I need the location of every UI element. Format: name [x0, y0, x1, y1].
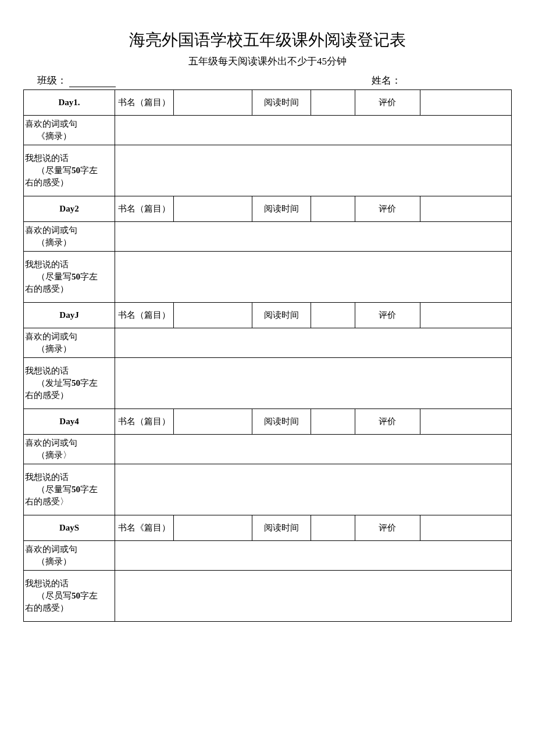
- book-label: 书名（篇目）: [115, 90, 174, 116]
- table-row: 我想说的话 （发址写50字左 右的感受）: [24, 358, 512, 409]
- table-row: 我想说的话 （尽量写50字左 右的感受〉: [24, 464, 512, 515]
- book-label: 书名（篇目）: [115, 303, 174, 328]
- eval-input[interactable]: [420, 303, 511, 328]
- time-input[interactable]: [311, 409, 355, 435]
- words-label: 喜欢的词或句 （摘录）: [24, 328, 115, 358]
- words-input[interactable]: [115, 435, 512, 464]
- table-row: 我想说的话 （尽量写50字左 右的感受）: [24, 145, 512, 196]
- table-row: 喜欢的词或句 （摘录）: [24, 328, 512, 358]
- table-row: 我想说的话 （尽员写50字左 右的感受）: [24, 571, 512, 622]
- table-row: Day4 书名（篇目） 阅读时间 评价: [24, 409, 512, 435]
- table-row: 喜欢的词或句 （摘录）: [24, 541, 512, 571]
- eval-input[interactable]: [420, 515, 511, 541]
- words-label: 喜欢的诃或句 （摘录〉: [24, 435, 115, 464]
- time-label: 阅读时间: [252, 90, 311, 116]
- page-title: 海亮外国语学校五年级课外阅读登记表: [23, 29, 512, 51]
- time-input[interactable]: [311, 303, 355, 328]
- eval-input[interactable]: [420, 90, 511, 116]
- table-row: Day2 书名（篇目） 阅读时间 评价: [24, 196, 512, 222]
- book-input[interactable]: [173, 409, 252, 435]
- table-row: 喜欢的词或句 《摘录）: [24, 116, 512, 145]
- time-input[interactable]: [311, 515, 355, 541]
- thoughts-label: 我想说的话 （尽量写50字左 右的感受〉: [24, 464, 115, 515]
- words-input[interactable]: [115, 116, 512, 145]
- words-label: 喜欢的词或句 （摘录）: [24, 541, 115, 571]
- table-row: 喜欢的诃或句 （摘录〉: [24, 435, 512, 464]
- header-row: 班级： 姓名：: [23, 74, 512, 87]
- reading-log-table: Day1. 书名（篇目） 阅读时间 评价 喜欢的词或句 《摘录） 我想说的话 （…: [23, 89, 512, 622]
- thoughts-input[interactable]: [115, 358, 512, 409]
- words-label: 喜欢的词或句 《摘录）: [24, 116, 115, 145]
- time-input[interactable]: [311, 196, 355, 222]
- thoughts-input[interactable]: [115, 145, 512, 196]
- day-label: DayS: [24, 515, 115, 541]
- book-input[interactable]: [173, 515, 252, 541]
- thoughts-input[interactable]: [115, 571, 512, 622]
- book-label: 书名《篇目）: [115, 515, 174, 541]
- time-label: 阅读时间: [252, 515, 311, 541]
- table-row: DayS 书名《篇目） 阅读时间 评价: [24, 515, 512, 541]
- day-label: DayJ: [24, 303, 115, 328]
- eval-label: 评价: [355, 303, 420, 328]
- table-row: Day1. 书名（篇目） 阅读时间 评价: [24, 90, 512, 116]
- table-row: 喜欢的词或句 （摘录）: [24, 222, 512, 252]
- thoughts-input[interactable]: [115, 464, 512, 515]
- page-subtitle: 五年级每天阅读课外出不少于45分钟: [23, 55, 512, 68]
- words-input[interactable]: [115, 222, 512, 252]
- eval-label: 评价: [355, 409, 420, 435]
- time-label: 阅读时间: [252, 303, 311, 328]
- eval-label: 评价: [355, 196, 420, 222]
- thoughts-label: 我想说的话 （尽员写50字左 右的感受）: [24, 571, 115, 622]
- thoughts-label: 我想说的话 （尽量写50字左 右的感受）: [24, 252, 115, 303]
- class-input-line[interactable]: [69, 74, 116, 87]
- class-label: 班级：: [37, 74, 67, 87]
- time-input[interactable]: [311, 90, 355, 116]
- day-label: Day1.: [24, 90, 115, 116]
- book-input[interactable]: [173, 90, 252, 116]
- table-row: 我想说的话 （尽量写50字左 右的感受）: [24, 252, 512, 303]
- words-input[interactable]: [115, 328, 512, 358]
- words-input[interactable]: [115, 541, 512, 571]
- day-label: Day2: [24, 196, 115, 222]
- thoughts-input[interactable]: [115, 252, 512, 303]
- table-row: DayJ 书名（篇目） 阅读时间 评价: [24, 303, 512, 328]
- day-label: Day4: [24, 409, 115, 435]
- thoughts-label: 我想说的话 （发址写50字左 右的感受）: [24, 358, 115, 409]
- eval-label: 评价: [355, 90, 420, 116]
- eval-label: 评价: [355, 515, 420, 541]
- time-label: 阅读时间: [252, 409, 311, 435]
- time-label: 阅读时间: [252, 196, 311, 222]
- book-label: 书名（篇目）: [115, 196, 174, 222]
- book-label: 书名（篇目）: [115, 409, 174, 435]
- words-label: 喜欢的词或句 （摘录）: [24, 222, 115, 252]
- book-input[interactable]: [173, 303, 252, 328]
- eval-input[interactable]: [420, 409, 511, 435]
- book-input[interactable]: [173, 196, 252, 222]
- name-label: 姓名：: [372, 74, 401, 87]
- thoughts-label: 我想说的话 （尽量写50字左 右的感受）: [24, 145, 115, 196]
- eval-input[interactable]: [420, 196, 511, 222]
